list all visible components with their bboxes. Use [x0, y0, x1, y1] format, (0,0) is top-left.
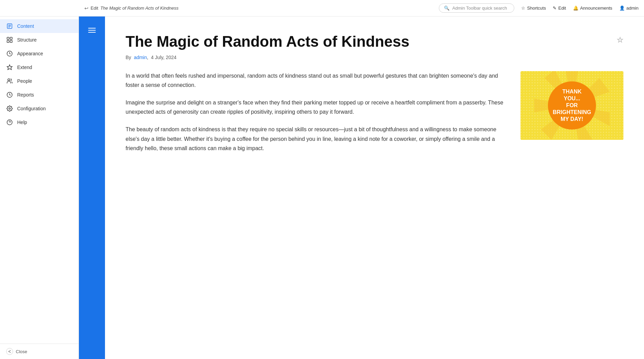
- search-icon: 🔍: [444, 5, 449, 11]
- sidebar-item-extend-label: Extend: [17, 65, 32, 70]
- sidebar-item-reports-label: Reports: [17, 92, 34, 98]
- secondary-sidebar: [79, 0, 105, 359]
- sidebar-item-configuration-label: Configuration: [17, 106, 46, 111]
- announcements-label: Announcements: [580, 5, 612, 11]
- article-title-text: The Magic of Random Acts of Kindness: [126, 33, 612, 51]
- pencil-icon: ✎: [553, 5, 557, 11]
- article-body: thank you... for Brightening my day! In …: [126, 71, 623, 161]
- structure-icon: [6, 36, 13, 43]
- configuration-icon: [6, 105, 13, 112]
- sidebar-item-extend[interactable]: Extend: [0, 60, 79, 74]
- people-icon: [6, 78, 13, 85]
- by-label: By: [126, 55, 131, 60]
- reports-icon: [6, 91, 13, 98]
- appearance-icon: [6, 50, 13, 57]
- shortcuts-label: Shortcuts: [527, 5, 546, 11]
- sidebar-item-content[interactable]: Content: [0, 19, 79, 33]
- extend-icon: [6, 64, 13, 71]
- svg-rect-8: [10, 41, 12, 43]
- image-circle: thank you... for Brightening my day!: [548, 81, 596, 130]
- hamburger-line-2: [88, 30, 96, 31]
- announcements-button[interactable]: 🔔 Announcements: [573, 5, 612, 11]
- svg-marker-9: [7, 65, 12, 70]
- svg-point-10: [8, 79, 10, 81]
- sidebar-item-reports[interactable]: Reports: [0, 88, 79, 102]
- thank-you-image: thank you... for Brightening my day!: [520, 71, 623, 140]
- hamburger-line-3: [88, 32, 96, 33]
- article-meta: By admin, 4 July, 2024: [126, 55, 623, 60]
- edit-button-label: Edit: [558, 5, 566, 11]
- search-placeholder-text: Admin Toolbar quick search: [452, 5, 507, 11]
- main-content: The Magic of Random Acts of Kindness ☆ B…: [105, 16, 644, 359]
- topbar-right: 🔍 Admin Toolbar quick search ☆ Shortcuts…: [439, 3, 639, 13]
- svg-rect-7: [7, 41, 9, 43]
- article-title: The Magic of Random Acts of Kindness ☆: [126, 33, 623, 51]
- edit-breadcrumb: ↩ Edit The Magic of Random Acts of Kindn…: [84, 5, 178, 11]
- bell-icon: 🔔: [573, 5, 578, 11]
- shortcuts-button[interactable]: ☆ Shortcuts: [521, 5, 546, 11]
- chevron-left-icon: <: [6, 348, 13, 355]
- author-link[interactable]: admin: [134, 55, 147, 60]
- sidebar-item-people[interactable]: People: [0, 74, 79, 88]
- sidebar-item-structure[interactable]: Structure: [0, 33, 79, 47]
- article-image: thank you... for Brightening my day!: [520, 71, 623, 140]
- sidebar-item-configuration[interactable]: Configuration: [0, 102, 79, 115]
- sidebar-item-appearance[interactable]: Appearance: [0, 47, 79, 60]
- topbar: ↩ Edit The Magic of Random Acts of Kindn…: [0, 0, 644, 16]
- admin-label: admin: [627, 5, 639, 11]
- image-circle-text: thank you... for Brightening my day!: [553, 88, 591, 123]
- favorite-star-icon[interactable]: ☆: [617, 36, 623, 44]
- svg-rect-6: [10, 37, 12, 40]
- sidebar-item-content-label: Content: [17, 23, 34, 29]
- close-sidebar-button[interactable]: < Close: [0, 344, 79, 359]
- sidebar-item-appearance-label: Appearance: [17, 51, 43, 56]
- svg-point-12: [9, 108, 11, 110]
- sidebar-nav: Content Structure Appearance Extend Peop…: [0, 16, 79, 344]
- sidebar-item-help-label: Help: [17, 120, 27, 125]
- edit-button[interactable]: ✎ Edit: [553, 5, 566, 11]
- user-icon: 👤: [619, 5, 625, 11]
- help-icon: [6, 119, 13, 126]
- content-icon: [6, 23, 13, 30]
- svg-rect-5: [7, 37, 9, 40]
- admin-toolbar-search[interactable]: 🔍 Admin Toolbar quick search: [439, 3, 514, 13]
- sidebar: Content Structure Appearance Extend Peop…: [0, 0, 79, 359]
- sidebar-item-help[interactable]: Help: [0, 115, 79, 129]
- sidebar-item-people-label: People: [17, 78, 32, 84]
- undo-icon: ↩: [84, 5, 89, 11]
- close-label: Close: [16, 349, 27, 354]
- hamburger-menu-button[interactable]: [84, 22, 100, 38]
- admin-user-button[interactable]: 👤 admin: [619, 5, 639, 11]
- edit-label: Edit: [91, 5, 98, 11]
- star-icon: ☆: [521, 5, 525, 11]
- article-date: 4 July, 2024: [151, 55, 176, 60]
- hamburger-line-1: [88, 28, 96, 29]
- sidebar-item-structure-label: Structure: [17, 37, 37, 43]
- edit-title: The Magic of Random Acts of Kindness: [100, 5, 178, 11]
